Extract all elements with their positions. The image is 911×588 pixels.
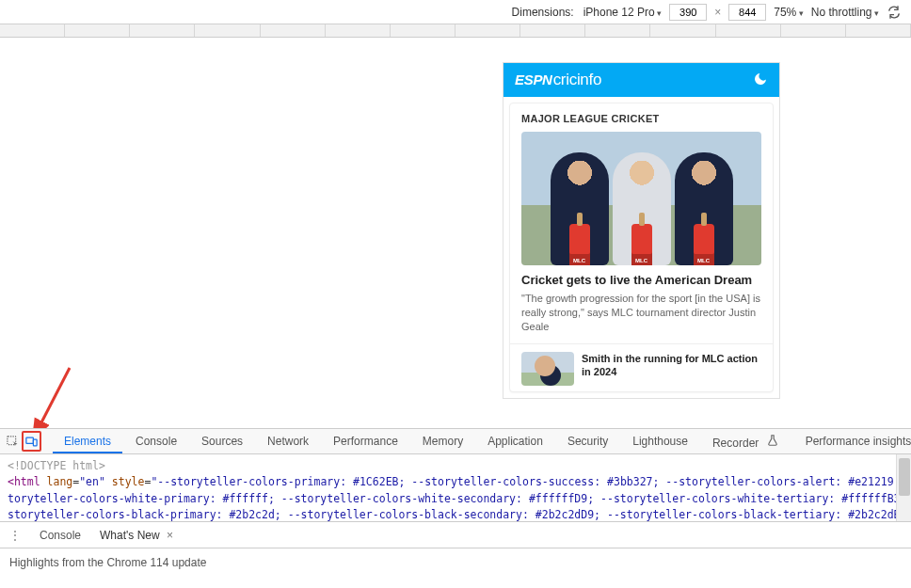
svg-rect-2	[26, 437, 34, 443]
device-name-dropdown[interactable]: iPhone 12 Pro	[583, 6, 663, 19]
viewport-area: ESPNcricinfo MAJOR LEAGUE CRICKET MLC ML…	[0, 38, 911, 428]
subtext: "The growth progression for the sport [i…	[521, 292, 761, 334]
headline[interactable]: Cricket gets to live the American Dream	[521, 273, 761, 288]
emulated-phone: ESPNcricinfo MAJOR LEAGUE CRICKET MLC ML…	[503, 63, 779, 398]
svg-rect-3	[33, 439, 37, 446]
tab-recorder[interactable]: Recorder	[701, 428, 791, 455]
kebab-icon[interactable]: ⋮	[0, 529, 30, 542]
tab-memory[interactable]: Memory	[411, 429, 474, 453]
zoom-dropdown[interactable]: 75%	[774, 6, 804, 19]
svg-line-0	[40, 368, 70, 426]
times-separator: ×	[714, 6, 721, 19]
rotate-icon[interactable]	[887, 5, 902, 20]
secondary-thumb	[521, 352, 574, 386]
hero-image[interactable]: MLC MLC MLC	[521, 132, 761, 265]
site-header: ESPNcricinfo	[503, 63, 779, 97]
tab-elements[interactable]: Elements	[53, 429, 122, 453]
tab-console[interactable]: Console	[124, 429, 188, 453]
brand-logo[interactable]: ESPNcricinfo	[515, 71, 601, 89]
drawer-tab-console[interactable]: Console	[30, 523, 90, 548]
src-doctype: <!DOCTYPE html>	[8, 459, 105, 472]
ruler	[0, 24, 911, 38]
device-toolbar: Dimensions: iPhone 12 Pro × 75% No throt…	[0, 0, 911, 24]
width-input[interactable]	[669, 4, 707, 21]
drawer-tabbar: ⋮ Console What's New ×	[0, 522, 911, 548]
tab-perf-insights[interactable]: Performance insights	[794, 429, 911, 453]
tab-lighthouse[interactable]: Lighthouse	[621, 429, 699, 453]
lead-card: MAJOR LEAGUE CRICKET MLC MLC MLC Cricket…	[509, 103, 774, 392]
src-open: <html	[8, 475, 47, 488]
inspect-element-icon[interactable]	[6, 431, 20, 452]
secondary-story[interactable]: Smith in the running for MLC action in 2…	[510, 343, 773, 386]
brand-cric: cricinfo	[553, 71, 601, 89]
scrollbar[interactable]	[896, 454, 911, 521]
tab-application[interactable]: Application	[476, 429, 554, 453]
section-label: MAJOR LEAGUE CRICKET	[521, 113, 761, 124]
tab-security[interactable]: Security	[556, 429, 619, 453]
tab-sources[interactable]: Sources	[190, 429, 254, 453]
drawer-body: Highlights from the Chrome 114 update	[0, 548, 911, 577]
dark-mode-icon[interactable]	[753, 72, 768, 89]
secondary-title: Smith in the running for MLC action in 2…	[582, 352, 761, 379]
tab-network[interactable]: Network	[256, 429, 320, 453]
devtools-tabbar: Elements Console Sources Network Perform…	[0, 428, 911, 454]
dimensions-label: Dimensions:	[512, 6, 574, 19]
height-input[interactable]	[728, 4, 766, 21]
flask-icon	[766, 437, 779, 450]
toggle-device-toolbar-icon[interactable]	[22, 431, 41, 452]
annotation-arrow-icon	[23, 360, 79, 428]
throttling-dropdown[interactable]: No throttling	[811, 6, 879, 19]
tab-performance[interactable]: Performance	[322, 429, 409, 453]
close-icon[interactable]: ×	[167, 529, 173, 542]
elements-source-panel[interactable]: <!DOCTYPE html> <html lang="en" style="-…	[0, 454, 911, 522]
brand-espn: ESPN	[515, 72, 552, 87]
drawer-tab-whatsnew[interactable]: What's New ×	[90, 523, 183, 548]
